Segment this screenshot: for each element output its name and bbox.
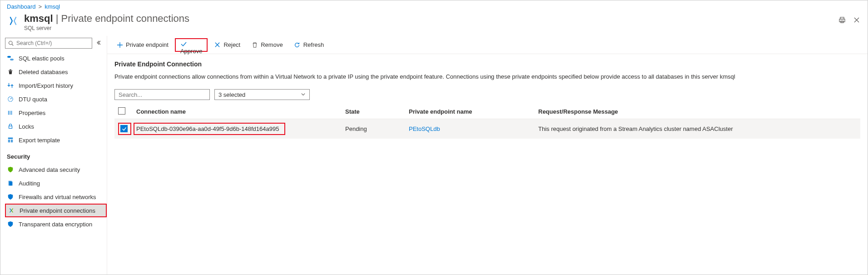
row-checkbox[interactable]: [120, 125, 128, 132]
sidebar-item-label: Advanced data security: [19, 166, 80, 173]
print-button[interactable]: [838, 15, 847, 25]
breadcrumb: Dashboard > kmsql: [0, 0, 868, 11]
page-title: kmsql | Private endpoint connections: [24, 13, 838, 25]
cell-private-endpoint-link[interactable]: PEtoSQLdb: [409, 125, 440, 132]
button-label: Approve: [180, 48, 202, 55]
table-row[interactable]: PEtoSQLdb-0390e96a-aa0d-49f5-9d6b-148fd1…: [114, 119, 860, 139]
table-search-input[interactable]: [114, 89, 210, 100]
main-content: Private endpoint Approve Reject Remove R…: [107, 36, 868, 275]
breadcrumb-separator: >: [39, 3, 42, 10]
audit-icon: [7, 180, 14, 187]
col-message[interactable]: Request/Response Message: [535, 105, 860, 119]
sidebar: SQL elastic pools Deleted databases Impo…: [0, 36, 107, 275]
sidebar-item-label: Export template: [19, 137, 60, 144]
cell-connection-name: PEtoSQLdb-0390e96a-aa0d-49f5-9d6b-148fd1…: [136, 125, 279, 132]
import-export-icon: [7, 82, 14, 89]
check-icon: [180, 41, 187, 48]
col-private-endpoint-name[interactable]: Private endpoint name: [405, 105, 535, 119]
sidebar-item-locks[interactable]: Locks: [5, 120, 107, 133]
reject-button[interactable]: Reject: [209, 38, 245, 52]
dropdown-label: 3 selected: [218, 91, 245, 98]
sidebar-item-advanced-data-security[interactable]: Advanced data security: [5, 163, 107, 176]
svg-rect-9: [8, 140, 10, 142]
shield-blue-icon: [7, 193, 14, 200]
sidebar-item-properties[interactable]: Properties: [5, 106, 107, 120]
sidebar-item-label: SQL elastic pools: [19, 55, 64, 62]
title-page: Private endpoint connections: [61, 13, 190, 24]
elastic-pools-icon: [7, 55, 14, 62]
filter-dropdown[interactable]: 3 selected: [214, 89, 310, 100]
sidebar-item-label: Firewalls and virtual networks: [19, 194, 96, 200]
svg-point-5: [10, 59, 14, 60]
sidebar-item-label: Deleted databases: [19, 69, 68, 75]
svg-rect-7: [9, 126, 12, 128]
sidebar-item-label: DTU quota: [19, 96, 47, 103]
button-label: Reject: [223, 41, 240, 48]
col-connection-name[interactable]: Connection name: [133, 105, 342, 119]
sidebar-item-label: Auditing: [19, 180, 40, 187]
shield-green-icon: [7, 166, 14, 173]
section-description: Private endpoint connections allow conne…: [114, 73, 860, 80]
svg-point-3: [9, 41, 13, 45]
sidebar-item-elastic-pools[interactable]: SQL elastic pools: [5, 51, 107, 65]
sidebar-search[interactable]: [5, 38, 92, 49]
add-private-endpoint-button[interactable]: Private endpoint: [112, 38, 173, 52]
connections-table: Connection name State Private endpoint n…: [114, 105, 860, 139]
cell-message: This request originated from a Stream An…: [535, 119, 860, 139]
approve-button[interactable]: Approve: [175, 38, 208, 52]
template-icon: [7, 136, 14, 144]
button-label: Private endpoint: [126, 41, 169, 48]
trash-icon: [7, 68, 14, 75]
sidebar-section-security: Security: [5, 147, 107, 163]
svg-rect-12: [9, 182, 12, 186]
sidebar-item-label: Transparent data encryption: [19, 221, 92, 228]
refresh-icon: [294, 41, 301, 48]
cell-state: Pending: [342, 119, 405, 139]
sidebar-item-import-export[interactable]: Import/Export history: [5, 79, 107, 92]
shield-blue-icon: [7, 220, 14, 228]
plus-icon: [116, 41, 123, 48]
sidebar-item-private-endpoint-connections[interactable]: Private endpoint connections: [5, 204, 107, 217]
sidebar-item-deleted-databases[interactable]: Deleted databases: [5, 65, 107, 79]
page-header: kmsql | Private endpoint connections SQL…: [0, 11, 868, 36]
button-label: Remove: [261, 41, 283, 48]
section-title: Private Endpoint Connection: [114, 60, 860, 68]
remove-button[interactable]: Remove: [247, 38, 287, 52]
sidebar-item-transparent-encryption[interactable]: Transparent data encryption: [5, 217, 107, 231]
sidebar-item-label: Private endpoint connections: [20, 207, 95, 214]
close-button[interactable]: [852, 15, 861, 25]
collapse-sidebar-button[interactable]: [96, 40, 102, 46]
sidebar-item-label: Import/Export history: [19, 82, 73, 89]
properties-icon: [7, 109, 14, 116]
svg-rect-10: [11, 140, 13, 142]
col-state[interactable]: State: [342, 105, 405, 119]
lock-icon: [7, 123, 14, 130]
sidebar-item-firewalls[interactable]: Firewalls and virtual networks: [5, 190, 107, 204]
toolbar: Private endpoint Approve Reject Remove R…: [107, 36, 868, 54]
trash-icon: [251, 41, 258, 48]
button-label: Refresh: [303, 41, 324, 48]
resource-icon: [7, 15, 20, 27]
chevron-down-icon: [301, 91, 306, 98]
page-subtitle: SQL server: [24, 25, 838, 31]
svg-rect-8: [8, 138, 13, 139]
x-icon: [214, 41, 221, 48]
sidebar-item-auditing[interactable]: Auditing: [5, 176, 107, 190]
svg-rect-1: [839, 19, 845, 22]
search-input[interactable]: [16, 40, 89, 46]
sidebar-item-label: Locks: [19, 123, 34, 130]
sidebar-item-dtu-quota[interactable]: DTU quota: [5, 92, 107, 106]
endpoint-icon: [8, 207, 15, 214]
select-all-checkbox[interactable]: [118, 107, 125, 115]
title-resource: kmsql: [24, 13, 53, 24]
gauge-icon: [7, 95, 14, 103]
refresh-button[interactable]: Refresh: [289, 38, 329, 52]
breadcrumb-root[interactable]: Dashboard: [7, 3, 36, 10]
breadcrumb-current[interactable]: kmsql: [45, 3, 60, 10]
table-header-row: Connection name State Private endpoint n…: [114, 105, 860, 119]
sidebar-item-label: Properties: [19, 110, 45, 116]
svg-point-4: [7, 56, 11, 58]
sidebar-item-export-template[interactable]: Export template: [5, 133, 107, 147]
